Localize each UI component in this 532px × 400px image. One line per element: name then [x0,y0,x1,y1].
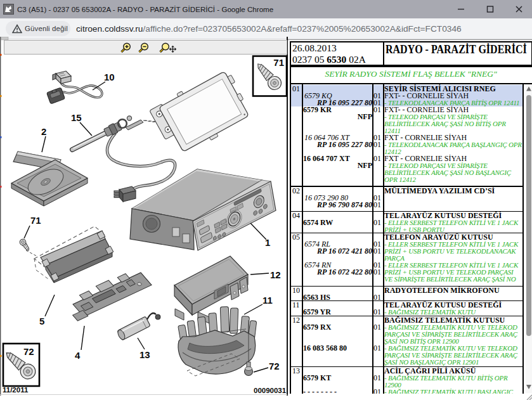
svg-text:12: 12 [270,269,281,280]
svg-text:11/2011: 11/2011 [3,386,29,394]
svg-text:4: 4 [75,350,81,361]
svg-text:2: 2 [41,126,46,137]
svg-text:10: 10 [104,72,115,82]
svg-text:13: 13 [139,349,150,360]
svg-text:00090031: 00090031 [254,387,287,394]
svg-text:5: 5 [39,316,44,326]
svg-text:71: 71 [30,215,41,226]
svg-text:71: 71 [273,57,284,68]
svg-text:11: 11 [263,295,273,306]
svg-text:72: 72 [269,361,280,371]
svg-text:15: 15 [71,112,82,123]
svg-text:72: 72 [23,346,34,357]
